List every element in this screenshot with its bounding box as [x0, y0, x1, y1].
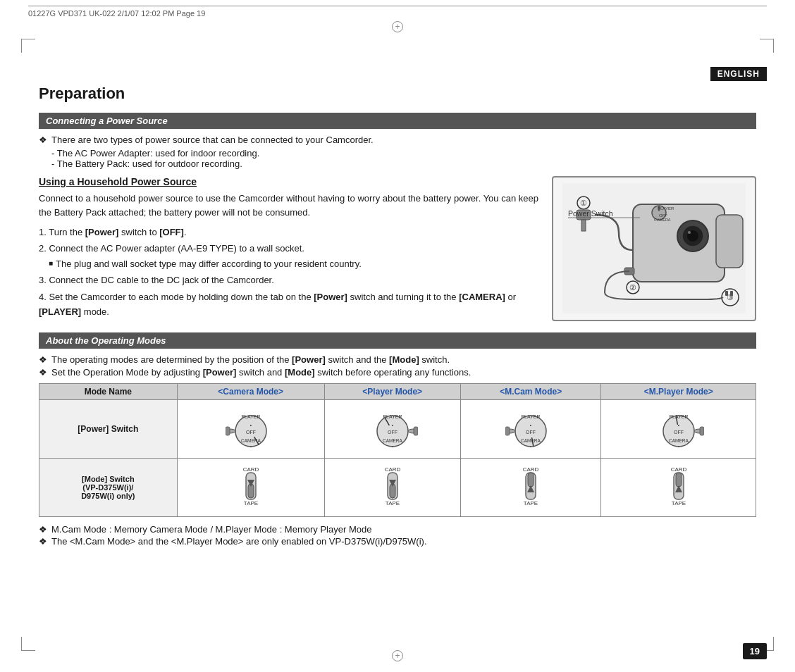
household-text: Using a Household Power Source Connect t… — [39, 176, 541, 321]
operating-bullets: ❖ The operating modes are determined by … — [39, 354, 756, 378]
camcorder-svg: ① ③ — [562, 183, 746, 313]
modes-table: Mode Name <Camera Mode> <Player Mode> <M… — [39, 383, 756, 517]
diamond-op2: ❖ — [39, 367, 47, 378]
english-badge: ENGLISH — [710, 67, 767, 81]
intro-bullet-text: There are two types of power source that… — [51, 135, 374, 145]
reg-mark-top — [392, 21, 403, 32]
svg-rect-48 — [505, 427, 510, 435]
step-1: 1. Turn the [Power] switch to [OFF]. — [39, 225, 541, 239]
svg-text:OFF: OFF — [674, 430, 684, 435]
table-header-mplayer: <M.Player Mode> — [601, 383, 756, 399]
svg-rect-32 — [226, 427, 230, 435]
svg-text:PLAYER: PLAYER — [241, 414, 260, 419]
op-bullet-1: ❖ The operating modes are determined by … — [39, 354, 756, 365]
household-section: Using a Household Power Source Connect t… — [39, 176, 756, 321]
mode-switch-up-2: CARD TAPE — [601, 458, 756, 516]
svg-text:TAPE: TAPE — [244, 500, 258, 506]
svg-text:OFF: OFF — [388, 430, 398, 435]
svg-text:PLAYER: PLAYER — [383, 414, 402, 419]
diamond-fn2: ❖ — [39, 536, 47, 547]
step4-player: [PLAYER] — [39, 306, 81, 317]
svg-rect-14 — [725, 291, 728, 296]
mode-switch-down-1: CARD TAPE — [177, 458, 324, 516]
step4-camera: [CAMERA] — [459, 292, 505, 302]
svg-text:②: ② — [629, 283, 636, 292]
svg-text:•: • — [392, 444, 393, 449]
svg-text:CAMERA: CAMERA — [383, 438, 402, 443]
svg-text:OFF: OFF — [526, 430, 536, 435]
power-dial-player: PLAYER • OFF CAMERA • — [324, 399, 460, 458]
op-bullet-2-text: Set the Operation Mode by adjusting [Pow… — [51, 367, 471, 378]
section-bar-1: Connecting a Power Source — [39, 113, 756, 129]
table-header-mcam: <M.Cam Mode> — [460, 383, 601, 399]
page-title: Preparation — [39, 85, 756, 103]
page-number: 19 — [743, 643, 767, 659]
svg-rect-69 — [528, 473, 534, 487]
svg-rect-10 — [716, 215, 743, 268]
corner-mark-tl — [21, 39, 35, 53]
step1-off: [OFF] — [159, 227, 184, 237]
svg-text:OFF: OFF — [246, 430, 256, 435]
footer-note-2: ❖ The <M.Cam Mode> and the <M.Player Mod… — [39, 536, 756, 547]
intro-bullet: ❖ There are two types of power source th… — [39, 135, 756, 145]
svg-text:CARD: CARD — [670, 466, 686, 473]
svg-text:Power Switch: Power Switch — [568, 209, 613, 218]
mode-switch-down-2: CARD TAPE — [324, 458, 460, 516]
footer-note-2-text: The <M.Cam Mode> and the <M.Player Mode>… — [51, 536, 427, 547]
step-4: 4. Set the Camcorder to each mode by hol… — [39, 290, 541, 320]
table-row-power: [Power] Switch PLAYER • OFF CAMERA • — [39, 399, 756, 458]
footer-note-1: ❖ M.Cam Mode : Memory Camera Mode / M.Pl… — [39, 524, 756, 535]
power-switch-row-label: [Power] Switch — [39, 399, 178, 458]
svg-text:PLAYER: PLAYER — [658, 206, 674, 211]
sub-list: The AC Power Adapter: used for indoor re… — [51, 148, 756, 169]
table-header-player: <Player Mode> — [324, 383, 460, 399]
svg-text:TAPE: TAPE — [672, 500, 686, 506]
step2-note: The plug and wall socket type may differ… — [49, 256, 541, 271]
corner-mark-tr — [760, 39, 774, 53]
svg-rect-4 — [581, 220, 586, 231]
svg-point-9 — [688, 231, 691, 234]
mode-switch-up-1: CARD TAPE — [460, 458, 601, 516]
power-dial-mplayer: PLAYER • OFF CAMERA • — [601, 399, 756, 458]
household-desc: Connect to a household power source to u… — [39, 192, 541, 219]
sub-list-item-2: The Battery Pack: used for outdoor recor… — [51, 158, 756, 169]
svg-text:TAPE: TAPE — [524, 500, 538, 506]
mode-switch-row-label: [Mode] Switch(VP-D375W(i)/D975W(i) only) — [39, 458, 178, 516]
camcorder-image-box: ① ③ — [552, 176, 756, 321]
section-bar-2: About the Operating Modes — [39, 332, 756, 349]
svg-text:•: • — [678, 444, 679, 449]
svg-rect-74 — [676, 473, 682, 487]
svg-text:•: • — [530, 444, 531, 449]
svg-text:•: • — [250, 444, 252, 449]
main-content: Preparation Connecting a Power Source ❖ … — [39, 85, 756, 637]
svg-text:CAMERA: CAMERA — [654, 218, 671, 222]
svg-rect-56 — [700, 427, 704, 435]
diamond-op1: ❖ — [39, 354, 47, 365]
household-subheading: Using a Household Power Source — [39, 176, 541, 187]
svg-text:PLAYER: PLAYER — [669, 414, 688, 419]
page-header: 01227G VPD371 UK-022 2/1/07 12:02 PM Pag… — [28, 6, 767, 18]
footer-note-1-text: M.Cam Mode : Memory Camera Mode / M.Play… — [51, 524, 371, 535]
svg-text:CAMERA: CAMERA — [521, 438, 541, 443]
svg-text:CARD: CARD — [523, 466, 539, 473]
svg-text:TAPE: TAPE — [386, 500, 400, 506]
table-row-mode: [Mode] Switch(VP-D375W(i)/D975W(i) only)… — [39, 458, 756, 516]
svg-text:CAMERA: CAMERA — [241, 438, 261, 443]
step1-power: [Power] — [85, 227, 119, 237]
diamond-fn1: ❖ — [39, 524, 47, 535]
svg-text:CAMERA: CAMERA — [669, 438, 689, 443]
reg-mark-bottom — [392, 650, 403, 661]
svg-text:①: ① — [580, 199, 587, 207]
svg-text:CARD: CARD — [242, 466, 259, 473]
bullet-diamond-1: ❖ — [39, 135, 47, 145]
sub-list-item-1: The AC Power Adapter: used for indoor re… — [51, 148, 756, 158]
steps-list: 1. Turn the [Power] switch to [OFF]. 2. … — [39, 225, 541, 320]
footer-notes: ❖ M.Cam Mode : Memory Camera Mode / M.Pl… — [39, 524, 756, 547]
power-dial-camera: PLAYER • OFF CAMERA • — [177, 399, 324, 458]
step-3: 3. Connect the DC cable to the DC jack o… — [39, 273, 541, 287]
operating-section: About the Operating Modes ❖ The operatin… — [39, 332, 756, 547]
op-bullet-2: ❖ Set the Operation Mode by adjusting [P… — [39, 367, 756, 378]
table-header-camera: <Camera Mode> — [177, 383, 324, 399]
svg-text:PLAYER: PLAYER — [522, 414, 541, 419]
header-text: 01227G VPD371 UK-022 2/1/07 12:02 PM Pag… — [28, 9, 205, 18]
